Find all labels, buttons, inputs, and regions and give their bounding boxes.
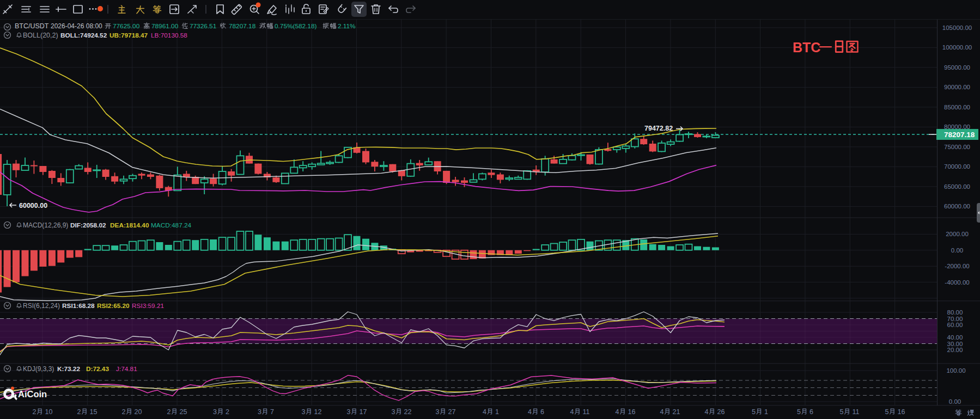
svg-text:RSI(6,12,24): RSI(6,12,24)	[23, 302, 60, 310]
svg-text:27: 27	[448, 408, 456, 416]
svg-text:5: 5	[752, 408, 756, 416]
svg-text:3: 3	[258, 408, 261, 416]
svg-text:BTC/USDT: BTC/USDT	[15, 22, 49, 30]
svg-text:77625.00: 77625.00	[113, 22, 140, 30]
svg-text:7: 7	[270, 408, 274, 416]
svg-text:2: 2	[77, 408, 81, 416]
svg-text:3: 3	[302, 408, 306, 416]
svg-text:65000.00: 65000.00	[944, 183, 970, 190]
svg-text:16: 16	[628, 408, 636, 416]
svg-text:2.11%: 2.11%	[338, 22, 356, 30]
svg-text:80.00: 80.00	[947, 309, 963, 316]
svg-text:78961.00: 78961.00	[151, 22, 179, 30]
svg-text:85000.00: 85000.00	[944, 104, 970, 110]
svg-text:75000.00: 75000.00	[944, 144, 970, 150]
svg-text:K:73.22: K:73.22	[57, 365, 80, 373]
svg-text:MACD:487.24: MACD:487.24	[151, 221, 192, 229]
svg-text:4: 4	[616, 408, 619, 416]
svg-text:3: 3	[436, 408, 440, 416]
svg-text:J:74.81: J:74.81	[116, 365, 137, 373]
svg-text:20.00: 20.00	[947, 347, 963, 353]
svg-text:2: 2	[226, 408, 229, 416]
svg-text:AiCoin: AiCoin	[18, 389, 47, 399]
svg-text:-2000.00: -2000.00	[945, 263, 969, 269]
svg-text:70.00: 70.00	[947, 316, 963, 322]
svg-text:11: 11	[853, 408, 860, 416]
svg-text:105000.00: 105000.00	[942, 24, 972, 31]
svg-text:4: 4	[705, 408, 709, 416]
svg-text:60000.00: 60000.00	[19, 202, 47, 210]
svg-text:1: 1	[764, 408, 768, 416]
svg-text:2000.00: 2000.00	[946, 231, 969, 237]
svg-text:2: 2	[167, 408, 171, 416]
svg-text:0.00: 0.00	[949, 398, 961, 405]
svg-text:4: 4	[483, 408, 486, 416]
svg-text:BOLL(20,2): BOLL(20,2)	[23, 32, 58, 39]
svg-text:20: 20	[135, 408, 142, 416]
svg-text:5: 5	[840, 408, 844, 416]
svg-text:6: 6	[540, 408, 544, 416]
svg-text:KDJ(9,3,3): KDJ(9,3,3)	[23, 365, 54, 373]
svg-text:3: 3	[392, 408, 395, 416]
svg-text:5: 5	[797, 408, 801, 416]
svg-text:4: 4	[528, 408, 532, 416]
svg-text:26: 26	[717, 408, 725, 416]
svg-text:2: 2	[122, 408, 126, 416]
svg-text:15: 15	[90, 408, 98, 416]
svg-text:0.00: 0.00	[951, 247, 963, 254]
svg-text:RSI3:59.21: RSI3:59.21	[132, 302, 164, 310]
svg-text:BTC: BTC	[793, 40, 820, 55]
svg-text:10: 10	[45, 408, 53, 416]
svg-text:DIF:2058.02: DIF:2058.02	[70, 221, 106, 229]
svg-text:60.00: 60.00	[947, 322, 963, 328]
svg-text:RSI2:65.20: RSI2:65.20	[97, 302, 130, 310]
svg-text:DEA:1814.40: DEA:1814.40	[110, 221, 149, 229]
svg-text:3: 3	[213, 408, 217, 416]
svg-text:30.00: 30.00	[947, 341, 963, 347]
svg-text:78207.18: 78207.18	[944, 131, 975, 139]
svg-text:-4000.00: -4000.00	[945, 279, 969, 286]
svg-text:3: 3	[347, 408, 351, 416]
svg-text:11: 11	[583, 408, 590, 416]
svg-text:2026-04-26 08:00: 2026-04-26 08:00	[51, 22, 102, 30]
svg-text:16: 16	[898, 408, 905, 416]
svg-text:90000.00: 90000.00	[944, 84, 970, 90]
svg-text:4: 4	[660, 408, 664, 416]
svg-text:6: 6	[809, 408, 813, 416]
svg-text:100.00: 100.00	[946, 367, 965, 374]
svg-text:12: 12	[314, 408, 322, 416]
svg-text:95000.00: 95000.00	[944, 64, 970, 71]
svg-text:5: 5	[885, 408, 889, 416]
svg-text:21: 21	[673, 408, 680, 416]
svg-text:LB:70130.58: LB:70130.58	[151, 32, 187, 39]
svg-text:77326.51: 77326.51	[190, 22, 216, 30]
svg-text:UB:79718.47: UB:79718.47	[109, 32, 148, 39]
svg-text:MACD(12,26,9): MACD(12,26,9)	[23, 221, 68, 229]
svg-text:100000.00: 100000.00	[942, 44, 972, 51]
svg-text:2: 2	[33, 408, 36, 416]
svg-text:22: 22	[404, 408, 412, 416]
svg-text:1: 1	[495, 408, 499, 416]
svg-text:70000.00: 70000.00	[944, 163, 970, 170]
svg-text:RSI1:68.28: RSI1:68.28	[62, 302, 95, 310]
svg-text:4: 4	[570, 408, 574, 416]
svg-text:40.00: 40.00	[947, 334, 963, 341]
svg-text:BOLL:74924.52: BOLL:74924.52	[60, 32, 107, 39]
svg-text:D:72.43: D:72.43	[86, 365, 109, 373]
svg-text:17: 17	[360, 408, 367, 416]
svg-text:79472.82: 79472.82	[644, 125, 673, 132]
svg-text:78207.18: 78207.18	[229, 22, 256, 30]
svg-text:25: 25	[180, 408, 187, 416]
svg-text:60000.00: 60000.00	[944, 203, 970, 210]
svg-text:0.75%(582.18): 0.75%(582.18)	[275, 22, 316, 30]
